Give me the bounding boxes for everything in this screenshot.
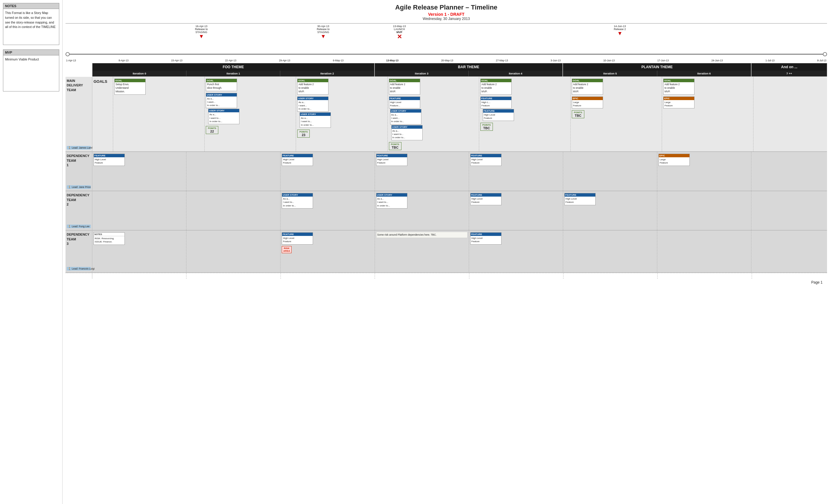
dep2-iter2: USER STORY As a...I want to...In order t… [281,191,375,230]
iter6-header: Iteration 6 [657,71,751,76]
milestone-4: 14-Jun-13 Release 2 ▼ [614,25,626,36]
iter3-header: Iteration 3 [375,71,469,76]
goal-card-0: GOAL Setup Envs.UnderstandMission. [114,78,146,95]
dep2-iter6 [657,191,752,230]
dep1-iter7 [752,152,827,191]
goals-label: GOALS [92,77,113,151]
milestone-2: 30-Apr-13 Release to STAGING ▼ [317,25,330,39]
theme-header-row: FOO THEME Iteration 0 Iteration 1 Iterat… [66,63,827,76]
dep1-feat2: FEATURE High LevelFeature [282,154,313,166]
sidebar: NOTES This Format is like a Story Map tu… [0,0,63,504]
dep3-iter6 [657,230,752,272]
story-card-1a: USER STORY As a...I want...In order to..… [206,93,237,108]
dep1-feat3: FEATURE High LevelFeature [376,154,407,166]
dep1-iter1 [186,152,281,191]
dep2-story2: USER STORY As a...I want to...In order t… [282,193,313,209]
timeline-ruler [66,51,827,58]
dep3-name: DEPENDENCYTEAM3 [67,232,91,246]
main-iter2: GOAL Add feature 2to enableMVP. USER STO… [296,77,387,151]
goal-card-4: GOAL Add feature 2to enableMVP. [480,78,512,95]
goal-card-6: GOAL Add feature 2to enableMVP. [663,78,695,95]
and-on-title: And on ... [752,63,827,71]
dep3-iter3: Some risk around Platform dependencies h… [375,230,469,272]
plantain-theme-block: PLANTAIN THEME Iteration 5 Iteration 6 [563,63,751,76]
dep2-label: DEPENDENCYTEAM2 🚶 Lead: Fung Lee [66,191,92,230]
main-iter0: GOAL Setup Envs.UnderstandMission. [113,77,204,151]
story-card-3b: USER STORY As a...I want to...In order t… [391,125,423,140]
iter0-header: Iteration 0 [93,71,186,76]
notes-content: This Format is like a Story Map turned o… [3,9,59,45]
dep2-name: DEPENDENCYTEAM2 [67,193,91,207]
main-iter4: GOAL Add feature 2to enableMVP. FEATURE … [479,77,571,151]
dep2-lead: 🚶 Lead: Fung Lee [67,225,91,228]
dep2-iter4: FEATURE High LevelFeature [469,191,563,230]
dep1-iter6: EPIC LargeFeature [657,152,752,191]
dep1-lead: 🚶 Lead: Jane Price [67,185,91,189]
milestone-1: 16-Apr-13 Release to STAGING ▼ [195,25,208,39]
main-delivery-row: MAINDELIVERYTEAM 🚶 Lead: James Lambert G… [66,77,827,152]
dep3-label: DEPENDENCYTEAM3 🚶 Lead: Francois Luigi [66,230,92,272]
dep1-feat0: FEATURE High LevelFeature [94,154,125,166]
notes-section: NOTES This Format is like a Story Map tu… [3,3,59,45]
foo-theme-title: FOO THEME [93,63,374,71]
milestones-area: 16-Apr-13 Release to STAGING ▼ 30-Apr-13… [66,25,827,50]
dep2-feat4: FEATURE High LevelFeature [470,193,502,205]
main-iter3: GOAL Add feature 2to enableMVP. FEATURE … [388,77,479,151]
dep3-lead: 🚶 Lead: Francois Luigi [67,267,91,271]
bar-theme-block: BAR THEME Iteration 3 Iteration 4 [375,63,563,76]
iter1-header: Iteration 1 [186,71,280,76]
story-card-3a: USER STORY As a...I want...In order to..… [390,109,421,125]
dep3-feat4: FEATURE High LevelFeature [470,232,502,244]
goal-card-2: GOAL Add feature 2to enableMVP. [297,78,328,95]
mvp-content: Minimum Viable Product [3,55,59,91]
points-3: POINTS TBC [389,142,402,150]
main-iter7 [754,77,827,151]
plantain-theme-title: PLANTAIN THEME [563,63,751,71]
notes-title: NOTES [3,3,59,9]
dep1-iter0: FEATURE High LevelFeature [92,152,186,191]
dep2-iter5: FEATURE High LevelFeature [563,191,657,230]
points-1: POINTS 22 [206,126,218,134]
points-4: POINTS TBC [480,123,493,131]
risk-area-badge: RISKAREA [282,246,292,253]
mvp-title: MVP [3,50,59,55]
story-card-2b: USER STORY As a...I want to...In order t… [299,112,331,128]
feature-card-4a: FEATURE High L...Feature [480,96,512,108]
milestone-3: 13-May-13 LAUNCH MVP ✕ [393,25,406,40]
main-content: Agile Release Planner – Timeline Version… [63,0,830,504]
dep2-iter1 [186,191,281,230]
goal-card-1: GOAL Punch firstslice through. [206,78,237,91]
dep3-iter2: FEATURE High LevelFeature RISKAREA [281,230,375,272]
story-card-1b: USER STORY As a...I want to...In order t… [208,109,240,124]
main-iter5: GOAL Add feature 2to enableMVP. EPIC Lar… [571,77,662,151]
dep-team2-row: DEPENDENCYTEAM2 🚶 Lead: Fung Lee USER ST… [66,191,827,230]
iter2-header: Iteration 2 [280,71,374,76]
dep-team1-row: DEPENDENCYTEAM1 🚶 Lead: Jane Price FEATU… [66,152,827,191]
dep3-notes0: NOTES RISK: Resourcing.ISSUE: Finance. [94,232,125,245]
dep3-risk-note: Some risk around Platform dependencies h… [376,232,468,238]
dep1-label: DEPENDENCYTEAM1 🚶 Lead: Jane Price [66,152,92,191]
page-date: Wednesday, 30 January 2013 [66,17,827,21]
dep3-iter0: NOTES RISK: Resourcing.ISSUE: Finance. [92,230,186,272]
main-team-name: MAINDELIVERYTEAM [67,78,91,92]
iter5-header: Iteration 5 [563,71,657,76]
dep1-iter3: FEATURE High LevelFeature [375,152,469,191]
feature-card-4b: FEATURE High LevelFeature [483,109,514,121]
mvp-section: MVP Minimum Viable Product [3,50,59,91]
epic-card-6: EPIC LargeFeature [663,96,695,108]
page-number: Page 1 [66,279,827,286]
and-on-theme-block: And on ... 7 ++ [752,63,827,76]
dep-team3-row: DEPENDENCYTEAM3 🚶 Lead: Francois Luigi N… [66,230,827,273]
epic-card-5: EPIC LargeFeature [572,96,603,108]
points-5: POINTS TBC [572,110,584,118]
dep1-iter4: FEATURE High LevelFeature [469,152,563,191]
dep3-iter4: FEATURE High LevelFeature [469,230,563,272]
dep2-feat5: FEATURE High LevelFeature [564,193,596,205]
main-team-lead: 🚶 Lead: James Lambert [67,146,91,150]
bar-theme-title: BAR THEME [375,63,563,71]
goal-card-5: GOAL Add feature 2to enableMVP. [572,78,603,95]
dep3-iter7 [752,230,827,272]
main-team-label: MAINDELIVERYTEAM 🚶 Lead: James Lambert [66,77,92,151]
iter4-header: Iteration 4 [469,71,562,76]
dep3-feat2: FEATURE High LevelFeature [282,232,313,244]
